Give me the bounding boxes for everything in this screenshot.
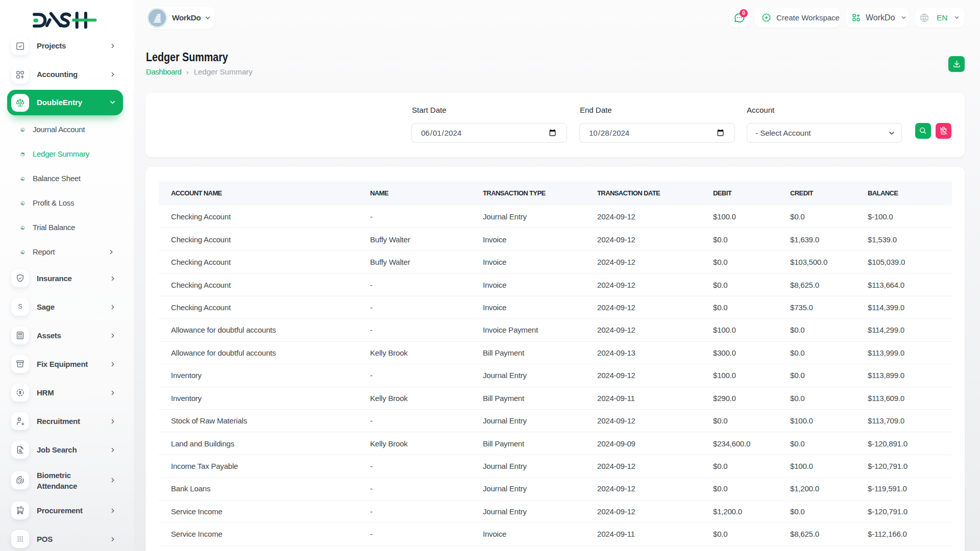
svg-text:S: S [18,303,22,310]
